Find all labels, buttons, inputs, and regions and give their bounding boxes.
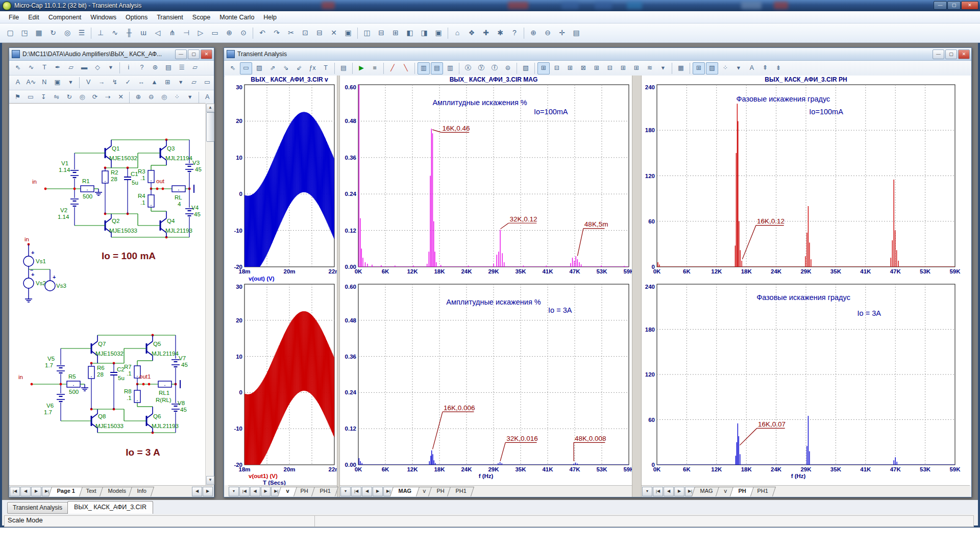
- split-horizontal-icon[interactable]: ◧: [403, 27, 416, 40]
- title-bar[interactable]: Micro-Cap 11.0.1.2 (32 bit) - Transient …: [0, 0, 980, 11]
- attribute-text-icon[interactable]: A: [12, 77, 24, 89]
- first-tab-button[interactable]: |◀: [653, 487, 663, 496]
- first-tab-button[interactable]: |◀: [10, 487, 20, 496]
- node-numbers-icon[interactable]: N: [38, 77, 51, 89]
- menu-component[interactable]: Component: [44, 12, 86, 22]
- ground-icon[interactable]: ⊥: [94, 27, 107, 40]
- menu-options[interactable]: Options: [121, 12, 152, 22]
- schematic-vertical-scrollbar[interactable]: ▲ ▼: [205, 103, 214, 485]
- print-icon[interactable]: ☰: [75, 27, 88, 40]
- restore-button[interactable]: ▢: [945, 49, 957, 59]
- scroll-up-button[interactable]: ▲: [206, 104, 214, 112]
- find-part-icon[interactable]: ◎: [76, 91, 88, 104]
- link-mode-icon[interactable]: ⊛: [149, 62, 161, 74]
- copy-icon[interactable]: ⊡: [299, 27, 312, 40]
- tab-page-1[interactable]: Page 1: [48, 487, 83, 496]
- scale-down-icon[interactable]: ⇟: [772, 62, 785, 74]
- minimize-button[interactable]: —: [175, 49, 187, 59]
- grid-display-icon[interactable]: ⊞: [161, 77, 174, 89]
- hatch-icon[interactable]: ▨: [706, 62, 718, 74]
- edit-icon[interactable]: ▧: [520, 62, 532, 74]
- voltage-source-icon[interactable]: ⊕: [223, 27, 236, 40]
- schematic-window-titlebar[interactable]: D:\MC11\DATA\Audio Amplifiers\ВЫХ_ КАСК_…: [9, 48, 214, 61]
- inductor-icon[interactable]: ɯ: [137, 27, 150, 40]
- condition-display-icon[interactable]: ✓: [122, 77, 134, 89]
- page2-icon[interactable]: ▭: [201, 77, 213, 89]
- diode-icon[interactable]: ◁: [151, 27, 164, 40]
- opamp-icon[interactable]: ▷: [194, 27, 207, 40]
- data-points-icon[interactable]: ⁘: [719, 62, 731, 74]
- graphics-mode-icon[interactable]: ✒: [52, 62, 64, 74]
- border-display-icon[interactable]: ☰: [176, 62, 188, 74]
- dropdown-icon[interactable]: ▾: [64, 77, 77, 89]
- find-file-icon[interactable]: ◎: [61, 27, 74, 40]
- grid-on-icon[interactable]: ⊞: [693, 62, 705, 74]
- wire-mode-icon[interactable]: ∿: [25, 62, 37, 74]
- font-icon[interactable]: A: [746, 62, 758, 74]
- delete-icon[interactable]: ✕: [327, 27, 340, 40]
- component-3d-icon[interactable]: ◇: [91, 62, 104, 74]
- properties-icon[interactable]: ▤: [337, 62, 350, 74]
- pin-connections-icon[interactable]: ↔: [135, 77, 148, 89]
- close-button[interactable]: ✕: [958, 49, 970, 59]
- normalize-icon[interactable]: ≋: [644, 62, 656, 74]
- power-display-icon[interactable]: ↯: [109, 77, 121, 89]
- select-all-icon[interactable]: ▣: [341, 27, 355, 40]
- dropdown-icon[interactable]: ▾: [657, 62, 669, 74]
- first-tab-button[interactable]: |◀: [351, 487, 361, 496]
- cascade-windows-icon[interactable]: ◫: [360, 27, 374, 40]
- valley-icon[interactable]: ⊞: [630, 62, 643, 74]
- component-browser-icon[interactable]: ⌂: [451, 27, 464, 40]
- tag-right-icon[interactable]: ⊟: [604, 62, 616, 74]
- page1-icon[interactable]: ▱: [188, 77, 200, 89]
- hscroll-left-button[interactable]: ◀: [192, 487, 202, 496]
- stop-icon[interactable]: ■: [369, 62, 381, 74]
- tab-info[interactable]: Info: [129, 487, 155, 496]
- hscroll-right-button[interactable]: ▶: [203, 487, 213, 496]
- step-over-icon[interactable]: ⇢: [102, 91, 114, 104]
- bus-mode-icon[interactable]: ▬: [78, 62, 90, 74]
- info-mode-icon[interactable]: i: [122, 62, 135, 74]
- panel-splitter[interactable]: [632, 76, 642, 497]
- title-block-icon[interactable]: ▱: [189, 62, 201, 74]
- shape-editor-icon[interactable]: ❖: [465, 27, 478, 40]
- horizontal-cursor-icon[interactable]: ⊞: [537, 62, 550, 74]
- tab-ph1[interactable]: PH1: [447, 487, 475, 496]
- new-file-icon[interactable]: ▢: [4, 27, 17, 40]
- prev-tab-button[interactable]: ◀: [20, 487, 31, 496]
- restore-button[interactable]: ▢: [188, 49, 200, 59]
- tab-dropdown-button[interactable]: ▾: [229, 487, 239, 496]
- tab-ph[interactable]: PH: [729, 487, 753, 496]
- dropdown-icon[interactable]: ▾: [732, 62, 745, 74]
- menu-windows[interactable]: Windows: [86, 12, 121, 22]
- negative-slope-icon[interactable]: ╲: [400, 62, 412, 74]
- prev-tab-button[interactable]: ◀: [664, 487, 674, 496]
- cut-icon[interactable]: ✂: [284, 27, 298, 40]
- dropdown-icon[interactable]: ▾: [184, 91, 195, 104]
- menu-edit[interactable]: Edit: [23, 12, 44, 22]
- menu-help[interactable]: Help: [259, 12, 281, 22]
- paste-icon[interactable]: ⊟: [313, 27, 326, 40]
- point-tag-icon[interactable]: ⇘: [280, 62, 292, 74]
- current-source-icon[interactable]: ⊙: [237, 27, 250, 40]
- save-icon[interactable]: ▦: [32, 27, 45, 40]
- next-tab-button[interactable]: ▶: [31, 487, 41, 496]
- font-icon[interactable]: A: [202, 91, 213, 104]
- rotate-icon[interactable]: ↻: [63, 91, 75, 104]
- next-tab-button[interactable]: ▶: [674, 487, 684, 496]
- go-to-branch-icon[interactable]: ⊠: [577, 62, 590, 74]
- schematic-window[interactable]: D:\MC11\DATA\Audio Amplifiers\ВЫХ_ КАСК_…: [9, 47, 214, 497]
- panel-splitter[interactable]: [337, 76, 340, 497]
- menu-scope[interactable]: Scope: [188, 12, 215, 22]
- zoom-in-icon[interactable]: ⊕: [527, 27, 540, 40]
- text-mode-icon[interactable]: T: [320, 62, 332, 74]
- first-tab-button[interactable]: |◀: [239, 487, 250, 496]
- split-vertical-icon[interactable]: ◨: [418, 27, 431, 40]
- pan-mode-icon[interactable]: ✛: [555, 27, 569, 40]
- tokens-horizontal-icon[interactable]: ▤: [431, 62, 443, 74]
- tokens-vertical-icon[interactable]: ▥: [418, 62, 430, 74]
- picture-mode-icon[interactable]: ▱: [65, 62, 77, 74]
- fx-scope-icon[interactable]: ⓕ: [488, 62, 501, 74]
- tokens-data-icon[interactable]: ▥: [444, 62, 456, 74]
- magnify-icon[interactable]: ◎: [158, 91, 170, 104]
